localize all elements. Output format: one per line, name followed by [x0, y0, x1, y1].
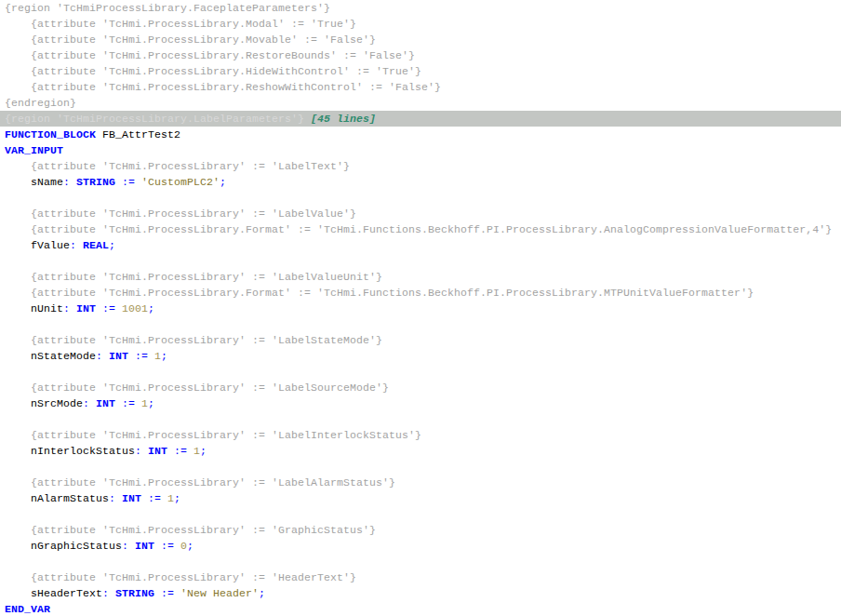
- code-segment-pragma: {attribute 'TcHmi.ProcessLibrary.ReshowW…: [5, 81, 441, 93]
- code-segment-pragma: {attribute 'TcHmi.ProcessLibrary' := 'La…: [5, 382, 389, 394]
- code-segment-operator: :=: [154, 540, 180, 552]
- code-line[interactable]: {region 'TcHmiProcessLibrary.FaceplatePa…: [0, 0, 841, 16]
- code-segment-plain: nInterlockStatus: [5, 445, 135, 457]
- code-line[interactable]: VAR_INPUT: [0, 142, 841, 158]
- code-segment-string: 'New Header': [180, 587, 259, 599]
- code-line[interactable]: nSrcMode: INT := 1;: [0, 395, 841, 411]
- code-segment-operator: ;: [187, 540, 194, 552]
- code-segment-operator: ;: [220, 176, 226, 188]
- code-segment-pragma: {attribute 'TcHmi.ProcessLibrary' := 'La…: [5, 271, 382, 283]
- code-segment-operator: :: [135, 445, 148, 457]
- code-line[interactable]: {attribute 'TcHmi.ProcessLibrary' := 'Gr…: [0, 522, 841, 538]
- code-line[interactable]: {attribute 'TcHmi.ProcessLibrary' := 'La…: [0, 206, 841, 221]
- code-segment-keyword: VAR_INPUT: [5, 144, 63, 156]
- code-segment-operator: ;: [148, 302, 154, 315]
- code-line[interactable]: nAlarmStatus: INT := 1;: [0, 490, 841, 506]
- code-line[interactable]: [0, 506, 841, 522]
- code-segment-pragma: {attribute 'TcHmi.ProcessLibrary.HideWit…: [5, 65, 421, 77]
- code-segment-operator: :=: [141, 492, 167, 504]
- code-segment-keyword: FUNCTION_BLOCK: [5, 128, 96, 141]
- code-line[interactable]: {attribute 'TcHmi.ProcessLibrary.Modal' …: [0, 16, 841, 32]
- code-segment-keyword: STRING: [76, 176, 115, 188]
- code-segment-operator: ;: [161, 350, 167, 362]
- code-segment-plain: FB_AttrTest2: [96, 128, 180, 141]
- code-segment-plain: sName: [5, 176, 63, 188]
- code-segment-keyword: INT: [135, 540, 154, 552]
- code-segment-operator: :: [96, 350, 109, 362]
- code-segment-operator: :=: [115, 176, 141, 188]
- code-segment-pragma: {attribute 'TcHmi.ProcessLibrary' := 'La…: [5, 160, 350, 172]
- code-segment-pragma: {attribute 'TcHmi.ProcessLibrary.Modal' …: [5, 18, 356, 30]
- code-segment-operator: ;: [259, 587, 265, 599]
- code-segment-pragma: {attribute 'TcHmi.ProcessLibrary' := 'La…: [5, 429, 421, 441]
- code-line[interactable]: [0, 411, 841, 427]
- code-line[interactable]: [0, 364, 841, 380]
- code-line[interactable]: {attribute 'TcHmi.ProcessLibrary' := 'La…: [0, 475, 841, 490]
- code-line[interactable]: {endregion}: [0, 95, 841, 111]
- code-segment-keyword: INT: [76, 302, 96, 315]
- code-segment-string: 'CustomPLC2': [141, 176, 220, 188]
- code-line[interactable]: [0, 316, 841, 332]
- code-line[interactable]: fValue: REAL;: [0, 237, 841, 253]
- code-line[interactable]: nInterlockStatus: INT := 1;: [0, 443, 841, 459]
- code-segment-plain: nGraphicStatus: [5, 540, 122, 552]
- code-line[interactable]: nStateMode: INT := 1;: [0, 348, 841, 364]
- code-line[interactable]: {attribute 'TcHmi.ProcessLibrary' := 'La…: [0, 380, 841, 395]
- code-segment-operator: :: [102, 587, 115, 599]
- code-segment-pragma: {attribute 'TcHmi.ProcessLibrary' := 'La…: [5, 208, 356, 220]
- code-segment-collapsed: [45 lines]: [304, 113, 376, 125]
- collapsed-region-line[interactable]: {region 'TcHmiProcessLibrary.LabelParame…: [0, 111, 841, 127]
- code-line[interactable]: {attribute 'TcHmi.ProcessLibrary.Restore…: [0, 47, 841, 63]
- code-segment-operator: :=: [167, 445, 194, 457]
- code-line[interactable]: {attribute 'TcHmi.ProcessLibrary' := 'La…: [0, 332, 841, 348]
- code-segment-operator: :=: [96, 302, 122, 315]
- code-segment-operator: :: [122, 540, 135, 552]
- code-line[interactable]: {attribute 'TcHmi.ProcessLibrary.HideWit…: [0, 63, 841, 79]
- code-segment-keyword: END_VAR: [5, 603, 50, 615]
- code-segment-operator: :=: [115, 397, 141, 409]
- code-segment-operator: ;: [109, 239, 115, 251]
- code-line[interactable]: {attribute 'TcHmi.ProcessLibrary' := 'La…: [0, 269, 841, 285]
- code-line[interactable]: {attribute 'TcHmi.ProcessLibrary.Movable…: [0, 32, 841, 47]
- code-segment-plain: fValue: [5, 239, 70, 251]
- code-segment-keyword: INT: [109, 350, 128, 362]
- code-segment-pragma: {attribute 'TcHmi.ProcessLibrary' := 'Gr…: [5, 524, 376, 536]
- code-segment-operator: :=: [154, 587, 180, 599]
- code-segment-pragma: {attribute 'TcHmi.ProcessLibrary' := 'La…: [5, 334, 382, 346]
- code-segment-operator: :: [109, 492, 122, 504]
- code-segment-plain: nAlarmStatus: [5, 492, 109, 504]
- code-segment-operator: ;: [174, 492, 180, 504]
- code-segment-keyword: INT: [96, 397, 115, 409]
- code-segment-pragma: {attribute 'TcHmi.ProcessLibrary' := 'La…: [5, 476, 395, 489]
- code-line[interactable]: {attribute 'TcHmi.ProcessLibrary' := 'La…: [0, 427, 841, 443]
- code-line[interactable]: [0, 554, 841, 569]
- code-segment-operator: :: [70, 239, 83, 251]
- code-line[interactable]: nGraphicStatus: INT := 0;: [0, 538, 841, 554]
- code-line[interactable]: {attribute 'TcHmi.ProcessLibrary' := 'He…: [0, 569, 841, 585]
- code-segment-plain: nStateMode: [5, 350, 96, 362]
- code-segment-keyword: INT: [122, 492, 141, 504]
- code-line[interactable]: nUnit: INT := 1001;: [0, 301, 841, 316]
- code-segment-keyword: INT: [148, 445, 167, 457]
- code-line[interactable]: END_VAR: [0, 601, 841, 616]
- code-line[interactable]: {attribute 'TcHmi.ProcessLibrary' := 'La…: [0, 158, 841, 174]
- code-segment-keyword: STRING: [115, 587, 154, 599]
- code-line[interactable]: sName: STRING := 'CustomPLC2';: [0, 174, 841, 190]
- code-segment-plain: sHeaderText: [5, 587, 102, 599]
- code-line[interactable]: {attribute 'TcHmi.ProcessLibrary.Format'…: [0, 285, 841, 301]
- code-segment-pragma: {attribute 'TcHmi.ProcessLibrary' := 'He…: [5, 571, 356, 583]
- code-segment-pragma: {attribute 'TcHmi.ProcessLibrary.Format'…: [5, 287, 754, 299]
- code-segment-pragma: {region 'TcHmiProcessLibrary.FaceplatePa…: [5, 2, 330, 14]
- code-segment-plain: nUnit: [5, 302, 63, 315]
- code-line[interactable]: FUNCTION_BLOCK FB_AttrTest2: [0, 127, 841, 142]
- code-editor: {region 'TcHmiProcessLibrary.FaceplatePa…: [0, 0, 841, 616]
- code-line[interactable]: {attribute 'TcHmi.ProcessLibrary.Format'…: [0, 221, 841, 237]
- code-line[interactable]: [0, 190, 841, 206]
- code-segment-operator: :: [63, 176, 76, 188]
- code-segment-operator: :: [63, 302, 76, 315]
- code-line[interactable]: {attribute 'TcHmi.ProcessLibrary.ReshowW…: [0, 79, 841, 95]
- code-segment-pragma: {attribute 'TcHmi.ProcessLibrary.Movable…: [5, 33, 376, 46]
- code-line[interactable]: [0, 459, 841, 475]
- code-line[interactable]: [0, 253, 841, 269]
- code-line[interactable]: sHeaderText: STRING := 'New Header';: [0, 585, 841, 601]
